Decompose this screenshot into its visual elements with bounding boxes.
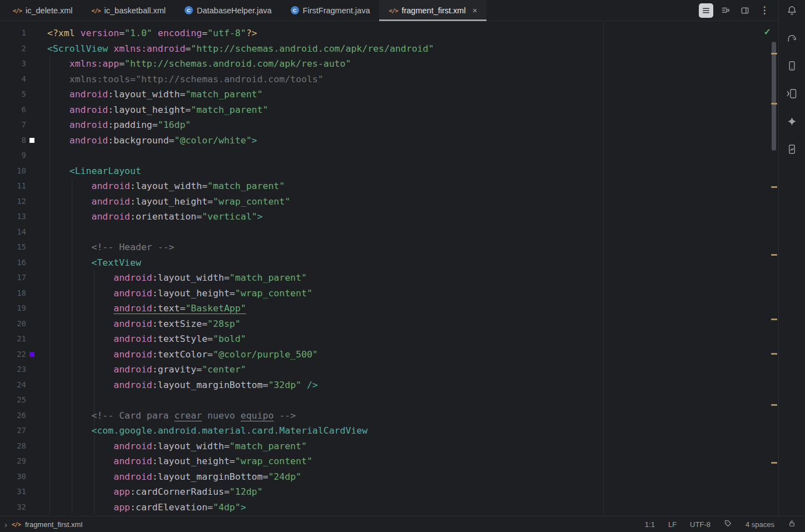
tab-ic-delete-xml[interactable]: </> ic_delete.xml <box>3 0 82 21</box>
code-line[interactable]: 12 android:layout_height="wrap_content" <box>0 194 778 210</box>
code-token: "http://schemas.android.com/apk/res-auto… <box>125 58 351 69</box>
tab-label: ic_basketball.xml <box>105 6 166 15</box>
code-line[interactable]: 29 android:layout_height="wrap_content" <box>0 454 778 469</box>
gemini-button[interactable] <box>786 115 799 128</box>
code-line[interactable]: 30 android:layout_marginBottom="24dp" <box>0 469 778 485</box>
warning-stripe-mark[interactable] <box>771 186 777 188</box>
code-line[interactable]: 22 android:textColor="@color/purple_500" <box>0 347 778 362</box>
tab-ic-basketball-xml[interactable]: </> ic_basketball.xml <box>82 0 175 21</box>
code-token <box>47 441 113 451</box>
tag-icon <box>724 519 732 528</box>
code-token: "wrap_content" <box>235 288 312 299</box>
xml-file-icon: </> <box>12 521 21 528</box>
code-line[interactable]: 25 <box>0 392 778 408</box>
tab-close-icon[interactable]: × <box>473 6 478 14</box>
code-token: android <box>113 272 152 283</box>
code-line[interactable]: 21 android:textStyle="bold" <box>0 331 778 347</box>
code-line[interactable]: 23 android:gravity="center" <box>0 362 778 377</box>
code-line[interactable]: 1<?xml version="1.0" encoding="utf-8"?> <box>0 26 778 41</box>
warning-stripe-mark[interactable] <box>771 53 777 54</box>
line-number: 24 <box>0 377 42 393</box>
code-token: crear <box>175 410 202 421</box>
color-swatch[interactable] <box>29 352 34 357</box>
code-token <box>47 58 69 69</box>
code-line[interactable]: 3 xmlns:app="http://schemas.android.com/… <box>0 56 778 72</box>
editor-scrollbar-thumb[interactable] <box>772 42 776 151</box>
breadcrumb-chevron-icon[interactable]: › <box>4 520 7 529</box>
warning-stripe-mark[interactable] <box>771 353 777 355</box>
line-separator[interactable]: LF <box>668 520 677 529</box>
warning-stripe-mark[interactable] <box>771 462 777 464</box>
code-line[interactable]: 2<ScrollView xmlns:android="http://schem… <box>0 41 778 57</box>
code-line[interactable]: 26 <!-- Card para crear nuevo equipo --> <box>0 408 778 424</box>
code-line[interactable]: 28 android:layout_width="match_parent" <box>0 439 778 454</box>
code-line[interactable]: 20 android:textSize="28sp" <box>0 316 778 332</box>
code-token: xmlns:tools="http://schemas.android.com/… <box>47 74 324 84</box>
code-token: xmlns:app <box>69 58 119 69</box>
code-token: :layout_height= <box>152 288 235 299</box>
warning-stripe-mark[interactable] <box>771 254 777 256</box>
gradle-icon <box>786 32 798 44</box>
breadcrumb-filename[interactable]: fragment_first.xml <box>25 520 82 529</box>
editor[interactable]: 1<?xml version="1.0" encoding="utf-8"?>2… <box>0 21 778 516</box>
tab-options-button[interactable]: ⋮ <box>757 3 772 18</box>
code-line[interactable]: 27 <com.google.android.material.card.Mat… <box>0 423 778 439</box>
inlay-tag-button[interactable] <box>724 519 732 529</box>
android-studio-window: </> ic_delete.xml </> ic_basketball.xml … <box>0 0 805 532</box>
warning-stripe-mark[interactable] <box>771 404 777 406</box>
line-number: 15 <box>0 240 42 255</box>
code-token: android <box>113 456 152 466</box>
code-line[interactable]: 16 <TextView <box>0 255 778 271</box>
code-token: = <box>185 43 191 54</box>
running-devices-button[interactable] <box>786 87 799 100</box>
code-line[interactable]: 10 <LinearLayout <box>0 163 778 179</box>
code-line[interactable]: 5 android:layout_width="match_parent" <box>0 87 778 102</box>
warning-stripe-mark[interactable] <box>771 319 777 320</box>
app-quality-insights-button[interactable] <box>786 142 799 156</box>
breadcrumb[interactable]: › </> fragment_first.xml <box>4 520 82 529</box>
code-line[interactable]: 13 android:orientation="vertical"> <box>0 209 778 225</box>
code-line[interactable]: 17 android:layout_width="match_parent" <box>0 270 778 286</box>
split-preview-button[interactable] <box>738 3 752 18</box>
editor-list-view-button[interactable] <box>699 3 713 18</box>
warning-stripe-mark[interactable] <box>771 103 777 105</box>
indent-config[interactable]: 4 spaces <box>746 520 774 529</box>
right-toolbar <box>778 0 805 516</box>
device-manager-button[interactable] <box>786 59 799 72</box>
inspections-ok-icon[interactable]: ✓ <box>764 27 771 37</box>
tab-fragment-first-xml[interactable]: </> fragment_first.xml × <box>379 0 486 21</box>
code-line[interactable]: 18 android:layout_height="wrap_content" <box>0 286 778 301</box>
running-devices-icon <box>786 88 798 100</box>
tab-firstfragment-java[interactable]: C FirstFragment.java <box>281 0 380 21</box>
code-line[interactable]: 11 android:layout_width="match_parent" <box>0 178 778 194</box>
code-token <box>47 196 91 207</box>
code-line[interactable]: 7 android:padding="16dp" <box>0 117 778 133</box>
code-line[interactable]: 31 app:cardCornerRadius="12dp" <box>0 484 778 500</box>
code-line[interactable]: 32 app:cardElevation="4dp"> <box>0 500 778 515</box>
code-token: /> <box>301 380 318 390</box>
file-writable-toggle[interactable] <box>788 519 796 529</box>
code-line[interactable]: 4 xmlns:tools="http://schemas.android.co… <box>0 72 778 87</box>
code-line[interactable]: 6 android:layout_height="match_parent" <box>0 102 778 118</box>
code-token: :layout_width= <box>108 89 185 100</box>
tab-databasehelper-java[interactable]: C DatabaseHelper.java <box>175 0 281 21</box>
code-token: "@color/white" <box>175 135 252 146</box>
code-token: :background= <box>108 135 174 146</box>
structure-view-button[interactable] <box>718 3 733 18</box>
caret-position[interactable]: 1:1 <box>645 520 655 529</box>
code-line[interactable]: 9 <box>0 148 778 163</box>
code-token <box>47 334 113 344</box>
code-line[interactable]: 14 <box>0 225 778 240</box>
code-line[interactable]: 19 android:text="BasketApp" <box>0 301 778 316</box>
code-line[interactable]: 15 <!-- Header --> <box>0 240 778 255</box>
code-token: > <box>257 211 263 222</box>
code-token: android <box>113 441 152 451</box>
notifications-button[interactable] <box>786 3 799 17</box>
gradle-button[interactable] <box>786 31 799 44</box>
code-line[interactable]: 24 android:layout_marginBottom="32dp" /> <box>0 377 778 393</box>
code-line[interactable]: 8 android:background="@color/white"> <box>0 133 778 148</box>
code-token: :layout_marginBottom= <box>152 471 269 482</box>
code-token: encoding <box>158 28 202 38</box>
file-encoding[interactable]: UTF-8 <box>690 520 710 529</box>
color-swatch[interactable] <box>29 138 34 143</box>
